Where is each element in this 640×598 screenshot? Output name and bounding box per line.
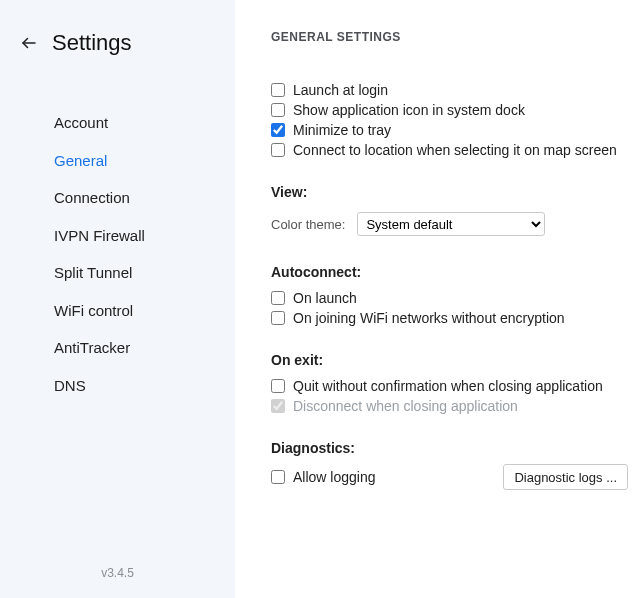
sidebar-item-wifi-control[interactable]: WiFi control bbox=[0, 292, 235, 330]
checkbox-label: On launch bbox=[293, 290, 357, 306]
app-version: v3.4.5 bbox=[0, 566, 235, 580]
diagnostic-logs-button[interactable]: Diagnostic logs ... bbox=[503, 464, 628, 490]
sidebar-item-account[interactable]: Account bbox=[0, 104, 235, 142]
checkbox-input-minimize-to-tray[interactable] bbox=[271, 123, 285, 137]
checkbox-input-autoconnect-on-launch[interactable] bbox=[271, 291, 285, 305]
sidebar-item-label: IVPN Firewall bbox=[54, 227, 145, 244]
back-icon[interactable] bbox=[20, 34, 38, 52]
sidebar: Settings Account General Connection IVPN… bbox=[0, 0, 235, 598]
sidebar-item-general[interactable]: General bbox=[0, 142, 235, 180]
sidebar-item-split-tunnel[interactable]: Split Tunnel bbox=[0, 254, 235, 292]
sidebar-item-label: Account bbox=[54, 114, 108, 131]
sidebar-item-connection[interactable]: Connection bbox=[0, 179, 235, 217]
checkbox-label: Launch at login bbox=[293, 82, 388, 98]
checkbox-label: Show application icon in system dock bbox=[293, 102, 525, 118]
checkbox-launch-at-login[interactable]: Launch at login bbox=[271, 80, 640, 100]
checkbox-label: On joining WiFi networks without encrypt… bbox=[293, 310, 565, 326]
sidebar-item-label: DNS bbox=[54, 377, 86, 394]
checkbox-autoconnect-on-launch[interactable]: On launch bbox=[271, 288, 640, 308]
checkbox-input-launch-at-login[interactable] bbox=[271, 83, 285, 97]
checkbox-disconnect-on-close: Disconnect when closing application bbox=[271, 396, 640, 416]
sidebar-item-antitracker[interactable]: AntiTracker bbox=[0, 329, 235, 367]
subheading-on-exit: On exit: bbox=[271, 352, 640, 368]
checkbox-label: Disconnect when closing application bbox=[293, 398, 518, 414]
sidebar-item-label: WiFi control bbox=[54, 302, 133, 319]
color-theme-select[interactable]: System default bbox=[357, 212, 545, 236]
checkbox-label: Quit without confirmation when closing a… bbox=[293, 378, 603, 394]
checkbox-input-quit-no-confirm[interactable] bbox=[271, 379, 285, 393]
page-title: Settings bbox=[52, 30, 132, 56]
color-theme-label: Color theme: bbox=[271, 217, 345, 232]
sidebar-item-label: General bbox=[54, 152, 107, 169]
checkbox-label: Connect to location when selecting it on… bbox=[293, 142, 617, 158]
checkbox-input-autoconnect-open-wifi[interactable] bbox=[271, 311, 285, 325]
checkbox-label: Minimize to tray bbox=[293, 122, 391, 138]
diagnostics-row: Allow logging Diagnostic logs ... bbox=[271, 464, 640, 490]
checkbox-show-dock-icon[interactable]: Show application icon in system dock bbox=[271, 100, 640, 120]
sidebar-header: Settings bbox=[0, 22, 235, 74]
sidebar-item-label: Split Tunnel bbox=[54, 264, 132, 281]
subheading-autoconnect: Autoconnect: bbox=[271, 264, 640, 280]
section-heading: GENERAL SETTINGS bbox=[271, 30, 640, 44]
checkbox-allow-logging[interactable]: Allow logging bbox=[271, 467, 376, 487]
checkbox-quit-no-confirm[interactable]: Quit without confirmation when closing a… bbox=[271, 376, 640, 396]
color-theme-row: Color theme: System default bbox=[271, 212, 640, 236]
subheading-diagnostics: Diagnostics: bbox=[271, 440, 640, 456]
checkbox-minimize-to-tray[interactable]: Minimize to tray bbox=[271, 120, 640, 140]
checkbox-input-show-dock-icon[interactable] bbox=[271, 103, 285, 117]
checkbox-label: Allow logging bbox=[293, 469, 376, 485]
checkbox-connect-on-map[interactable]: Connect to location when selecting it on… bbox=[271, 140, 640, 160]
sidebar-item-dns[interactable]: DNS bbox=[0, 367, 235, 405]
checkbox-input-disconnect-on-close bbox=[271, 399, 285, 413]
main-panel: GENERAL SETTINGS Launch at login Show ap… bbox=[235, 0, 640, 598]
sidebar-item-label: AntiTracker bbox=[54, 339, 130, 356]
sidebar-item-label: Connection bbox=[54, 189, 130, 206]
checkbox-autoconnect-open-wifi[interactable]: On joining WiFi networks without encrypt… bbox=[271, 308, 640, 328]
subheading-view: View: bbox=[271, 184, 640, 200]
sidebar-item-ivpn-firewall[interactable]: IVPN Firewall bbox=[0, 217, 235, 255]
checkbox-input-connect-on-map[interactable] bbox=[271, 143, 285, 157]
sidebar-nav: Account General Connection IVPN Firewall… bbox=[0, 74, 235, 404]
checkbox-input-allow-logging[interactable] bbox=[271, 470, 285, 484]
